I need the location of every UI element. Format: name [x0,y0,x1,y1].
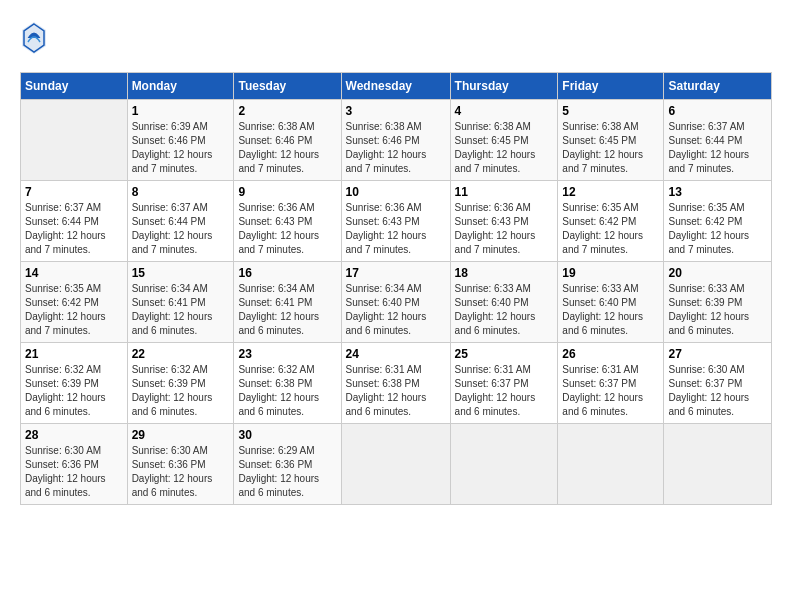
day-number: 2 [238,104,336,118]
day-number: 11 [455,185,554,199]
calendar-cell: 10Sunrise: 6:36 AMSunset: 6:43 PMDayligh… [341,181,450,262]
day-number: 5 [562,104,659,118]
calendar-cell: 20Sunrise: 6:33 AMSunset: 6:39 PMDayligh… [664,262,772,343]
calendar-cell: 23Sunrise: 6:32 AMSunset: 6:38 PMDayligh… [234,343,341,424]
day-info: Sunrise: 6:38 AMSunset: 6:46 PMDaylight:… [346,120,446,176]
daylight-text: Daylight: 12 hours and 7 minutes. [238,230,319,255]
sunrise-text: Sunrise: 6:32 AM [238,364,314,375]
calendar-cell: 21Sunrise: 6:32 AMSunset: 6:39 PMDayligh… [21,343,128,424]
calendar-cell: 13Sunrise: 6:35 AMSunset: 6:42 PMDayligh… [664,181,772,262]
calendar-cell: 15Sunrise: 6:34 AMSunset: 6:41 PMDayligh… [127,262,234,343]
daylight-text: Daylight: 12 hours and 6 minutes. [668,392,749,417]
daylight-text: Daylight: 12 hours and 6 minutes. [562,392,643,417]
calendar-cell: 11Sunrise: 6:36 AMSunset: 6:43 PMDayligh… [450,181,558,262]
calendar-cell: 19Sunrise: 6:33 AMSunset: 6:40 PMDayligh… [558,262,664,343]
calendar-cell: 12Sunrise: 6:35 AMSunset: 6:42 PMDayligh… [558,181,664,262]
day-number: 28 [25,428,123,442]
calendar-cell: 8Sunrise: 6:37 AMSunset: 6:44 PMDaylight… [127,181,234,262]
day-info: Sunrise: 6:37 AMSunset: 6:44 PMDaylight:… [25,201,123,257]
sunrise-text: Sunrise: 6:35 AM [25,283,101,294]
calendar-cell: 17Sunrise: 6:34 AMSunset: 6:40 PMDayligh… [341,262,450,343]
day-number: 4 [455,104,554,118]
sunrise-text: Sunrise: 6:37 AM [25,202,101,213]
daylight-text: Daylight: 12 hours and 6 minutes. [25,392,106,417]
day-number: 24 [346,347,446,361]
daylight-text: Daylight: 12 hours and 6 minutes. [562,311,643,336]
calendar-cell: 1Sunrise: 6:39 AMSunset: 6:46 PMDaylight… [127,100,234,181]
calendar-cell [341,424,450,505]
sunrise-text: Sunrise: 6:31 AM [562,364,638,375]
day-info: Sunrise: 6:39 AMSunset: 6:46 PMDaylight:… [132,120,230,176]
day-number: 9 [238,185,336,199]
day-info: Sunrise: 6:37 AMSunset: 6:44 PMDaylight:… [668,120,767,176]
day-number: 30 [238,428,336,442]
column-header-monday: Monday [127,73,234,100]
sunset-text: Sunset: 6:41 PM [132,297,206,308]
day-number: 25 [455,347,554,361]
daylight-text: Daylight: 12 hours and 7 minutes. [25,311,106,336]
calendar-cell: 5Sunrise: 6:38 AMSunset: 6:45 PMDaylight… [558,100,664,181]
day-info: Sunrise: 6:33 AMSunset: 6:40 PMDaylight:… [562,282,659,338]
sunset-text: Sunset: 6:42 PM [668,216,742,227]
daylight-text: Daylight: 12 hours and 7 minutes. [668,149,749,174]
sunset-text: Sunset: 6:36 PM [132,459,206,470]
calendar-cell: 16Sunrise: 6:34 AMSunset: 6:41 PMDayligh… [234,262,341,343]
sunset-text: Sunset: 6:45 PM [455,135,529,146]
sunset-text: Sunset: 6:43 PM [455,216,529,227]
calendar-cell: 3Sunrise: 6:38 AMSunset: 6:46 PMDaylight… [341,100,450,181]
daylight-text: Daylight: 12 hours and 7 minutes. [238,149,319,174]
calendar-cell: 22Sunrise: 6:32 AMSunset: 6:39 PMDayligh… [127,343,234,424]
daylight-text: Daylight: 12 hours and 7 minutes. [132,149,213,174]
day-info: Sunrise: 6:30 AMSunset: 6:36 PMDaylight:… [132,444,230,500]
day-number: 22 [132,347,230,361]
day-info: Sunrise: 6:36 AMSunset: 6:43 PMDaylight:… [455,201,554,257]
day-info: Sunrise: 6:38 AMSunset: 6:46 PMDaylight:… [238,120,336,176]
daylight-text: Daylight: 12 hours and 7 minutes. [346,149,427,174]
day-info: Sunrise: 6:36 AMSunset: 6:43 PMDaylight:… [346,201,446,257]
sunrise-text: Sunrise: 6:38 AM [562,121,638,132]
sunrise-text: Sunrise: 6:33 AM [455,283,531,294]
daylight-text: Daylight: 12 hours and 6 minutes. [668,311,749,336]
calendar-cell: 28Sunrise: 6:30 AMSunset: 6:36 PMDayligh… [21,424,128,505]
daylight-text: Daylight: 12 hours and 6 minutes. [132,473,213,498]
sunrise-text: Sunrise: 6:32 AM [132,364,208,375]
sunrise-text: Sunrise: 6:36 AM [455,202,531,213]
day-info: Sunrise: 6:30 AMSunset: 6:36 PMDaylight:… [25,444,123,500]
sunset-text: Sunset: 6:38 PM [346,378,420,389]
sunset-text: Sunset: 6:40 PM [562,297,636,308]
day-info: Sunrise: 6:35 AMSunset: 6:42 PMDaylight:… [562,201,659,257]
day-number: 27 [668,347,767,361]
sunset-text: Sunset: 6:46 PM [238,135,312,146]
sunrise-text: Sunrise: 6:30 AM [668,364,744,375]
calendar-cell: 2Sunrise: 6:38 AMSunset: 6:46 PMDaylight… [234,100,341,181]
sunrise-text: Sunrise: 6:35 AM [668,202,744,213]
calendar-cell: 27Sunrise: 6:30 AMSunset: 6:37 PMDayligh… [664,343,772,424]
sunrise-text: Sunrise: 6:29 AM [238,445,314,456]
day-info: Sunrise: 6:32 AMSunset: 6:39 PMDaylight:… [132,363,230,419]
daylight-text: Daylight: 12 hours and 6 minutes. [455,392,536,417]
calendar-cell [450,424,558,505]
calendar-week-row: 21Sunrise: 6:32 AMSunset: 6:39 PMDayligh… [21,343,772,424]
day-number: 1 [132,104,230,118]
sunrise-text: Sunrise: 6:38 AM [238,121,314,132]
sunset-text: Sunset: 6:42 PM [562,216,636,227]
sunrise-text: Sunrise: 6:37 AM [668,121,744,132]
sunset-text: Sunset: 6:46 PM [132,135,206,146]
sunset-text: Sunset: 6:39 PM [668,297,742,308]
day-number: 10 [346,185,446,199]
sunrise-text: Sunrise: 6:31 AM [346,364,422,375]
sunset-text: Sunset: 6:39 PM [132,378,206,389]
day-info: Sunrise: 6:30 AMSunset: 6:37 PMDaylight:… [668,363,767,419]
sunset-text: Sunset: 6:39 PM [25,378,99,389]
calendar-cell: 24Sunrise: 6:31 AMSunset: 6:38 PMDayligh… [341,343,450,424]
day-info: Sunrise: 6:38 AMSunset: 6:45 PMDaylight:… [562,120,659,176]
calendar-cell [664,424,772,505]
sunrise-text: Sunrise: 6:37 AM [132,202,208,213]
day-number: 6 [668,104,767,118]
daylight-text: Daylight: 12 hours and 7 minutes. [346,230,427,255]
sunset-text: Sunset: 6:44 PM [25,216,99,227]
day-number: 12 [562,185,659,199]
sunrise-text: Sunrise: 6:30 AM [25,445,101,456]
day-number: 15 [132,266,230,280]
daylight-text: Daylight: 12 hours and 7 minutes. [562,230,643,255]
